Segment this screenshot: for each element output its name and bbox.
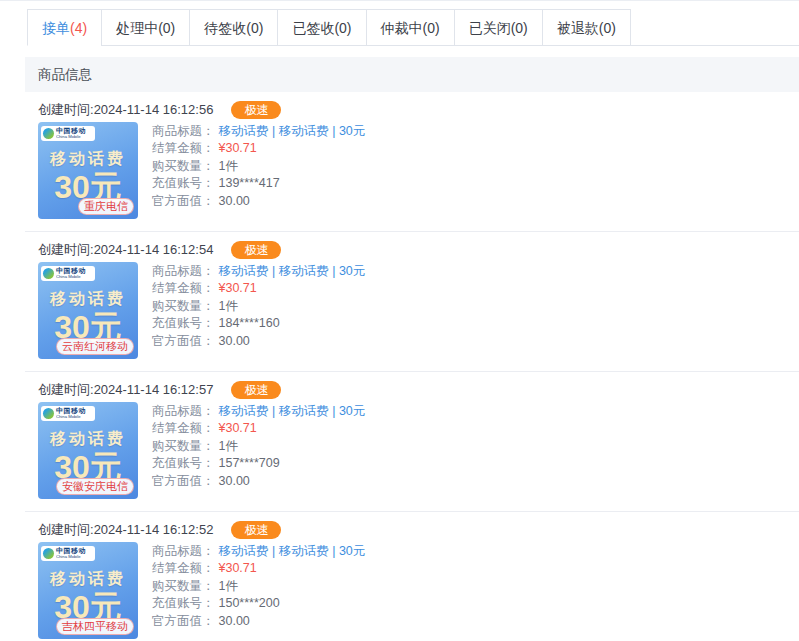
detail-row-amount: 结算金额：¥30.71 (152, 280, 365, 297)
china-mobile-logo-icon (43, 268, 54, 279)
detail-row-face-value: 官方面值：30.00 (152, 473, 365, 490)
quantity-label: 购买数量： (152, 159, 215, 173)
title-label: 商品标题： (152, 404, 215, 418)
detail-row-account: 充值账号：184****160 (152, 315, 365, 332)
settlement-amount: ¥30.71 (219, 561, 257, 575)
product-card-image[interactable]: 中国移动 China Mobile 移动话费 30元 安徽安庆电信 (38, 402, 138, 499)
card-product-name: 移动话费 (38, 429, 138, 450)
china-mobile-brand-text: 中国移动 China Mobile (56, 407, 91, 420)
orders-panel: 商品信息 创建时间:2024-11-14 16:12:56 极速 中国移 (25, 57, 799, 641)
created-value: 2024-11-14 16:12:54 (94, 242, 214, 257)
product-card-image[interactable]: 中国移动 China Mobile 移动话费 30元 重庆电信 (38, 122, 138, 219)
detail-row-title: 商品标题：移动话费 | 移动话费 | 30元 (152, 403, 365, 420)
product-title-link[interactable]: 移动话费 | 移动话费 | 30元 (219, 404, 366, 418)
order-body: 中国移动 China Mobile 移动话费 30元 吉林四平移动 商品标题：移… (38, 542, 787, 639)
region-badge: 云南红河移动 (56, 338, 134, 355)
order-row: 创建时间:2024-11-14 16:12:52 极速 中国移动 China M… (25, 512, 799, 641)
tab-item[interactable]: 仲裁中(0) (366, 9, 455, 46)
detail-row-face-value: 官方面值：30.00 (152, 193, 365, 210)
detail-row-amount: 结算金额：¥30.71 (152, 420, 365, 437)
created-label: 创建时间: (38, 102, 94, 117)
settlement-amount: ¥30.71 (219, 421, 257, 435)
speed-badge: 极速 (231, 241, 281, 259)
china-mobile-brand: 中国移动 China Mobile (41, 126, 95, 141)
tab-item[interactable]: 接单(4) (27, 9, 102, 46)
purchase-quantity: 1件 (219, 579, 238, 593)
product-card-image[interactable]: 中国移动 China Mobile 移动话费 30元 吉林四平移动 (38, 542, 138, 639)
official-face-value: 30.00 (219, 474, 250, 488)
detail-row-quantity: 购买数量：1件 (152, 578, 365, 595)
tab-item[interactable]: 待签收(0) (189, 9, 278, 46)
china-mobile-logo-icon (43, 128, 54, 139)
brand-name-en: China Mobile (56, 415, 81, 419)
china-mobile-logo-icon (43, 408, 54, 419)
tab-count: (0) (511, 20, 528, 36)
order-created-time: 创建时间:2024-11-14 16:12:57 (38, 381, 213, 399)
brand-name-en: China Mobile (56, 555, 81, 559)
order-row: 创建时间:2024-11-14 16:12:57 极速 中国移动 China M… (25, 372, 799, 512)
detail-row-title: 商品标题：移动话费 | 移动话费 | 30元 (152, 263, 365, 280)
tab-label: 仲裁中 (381, 20, 423, 36)
tab-count: (4) (70, 20, 87, 36)
tab-item[interactable]: 处理中(0) (101, 9, 190, 46)
order-status-tabs: 接单(4) 处理中(0) 待签收(0) 已签收(0) 仲裁中(0) 已关闭(0) (28, 9, 799, 46)
tab-count: (0) (423, 20, 440, 36)
order-row: 创建时间:2024-11-14 16:12:54 极速 中国移动 China M… (25, 232, 799, 372)
amount-label: 结算金额： (152, 421, 215, 435)
tab-item[interactable]: 已关闭(0) (454, 9, 543, 46)
card-product-name: 移动话费 (38, 569, 138, 590)
brand-name-en: China Mobile (56, 135, 81, 139)
detail-row-account: 充值账号：157****709 (152, 455, 365, 472)
recharge-account: 139****417 (219, 176, 280, 190)
region-badge: 重庆电信 (78, 198, 134, 215)
detail-row-quantity: 购买数量：1件 (152, 158, 365, 175)
tab-item[interactable]: 被退款(0) (542, 9, 631, 46)
product-card-image[interactable]: 中国移动 China Mobile 移动话费 30元 云南红河移动 (38, 262, 138, 359)
order-body: 中国移动 China Mobile 移动话费 30元 重庆电信 商品标题：移动话… (38, 122, 787, 219)
region-badge: 安徽安庆电信 (56, 478, 134, 495)
section-header: 商品信息 (25, 57, 799, 92)
order-details: 商品标题：移动话费 | 移动话费 | 30元 结算金额：¥30.71 购买数量：… (152, 262, 365, 350)
china-mobile-brand-text: 中国移动 China Mobile (56, 267, 91, 280)
face-value-label: 官方面值： (152, 474, 215, 488)
detail-row-quantity: 购买数量：1件 (152, 298, 365, 315)
account-label: 充值账号： (152, 316, 215, 330)
tab-label: 接单 (42, 20, 70, 36)
quantity-label: 购买数量： (152, 299, 215, 313)
purchase-quantity: 1件 (219, 299, 238, 313)
detail-row-face-value: 官方面值：30.00 (152, 613, 365, 630)
amount-label: 结算金额： (152, 281, 215, 295)
title-label: 商品标题： (152, 264, 215, 278)
order-row: 创建时间:2024-11-14 16:12:56 极速 中国移动 China M… (25, 92, 799, 232)
tab-label: 已签收 (292, 20, 334, 36)
region-badge: 吉林四平移动 (56, 618, 134, 635)
account-label: 充值账号： (152, 596, 215, 610)
tab-label: 已关闭 (469, 20, 511, 36)
account-label: 充值账号： (152, 456, 215, 470)
speed-badge: 极速 (231, 381, 281, 399)
card-product-name: 移动话费 (38, 289, 138, 310)
detail-row-account: 充值账号：150****200 (152, 595, 365, 612)
china-mobile-brand: 中国移动 China Mobile (41, 546, 95, 561)
product-title-link[interactable]: 移动话费 | 移动话费 | 30元 (219, 544, 366, 558)
face-value-label: 官方面值： (152, 334, 215, 348)
order-body: 中国移动 China Mobile 移动话费 30元 云南红河移动 商品标题：移… (38, 262, 787, 359)
detail-row-title: 商品标题：移动话费 | 移动话费 | 30元 (152, 543, 365, 560)
detail-row-account: 充值账号：139****417 (152, 175, 365, 192)
account-label: 充值账号： (152, 176, 215, 190)
detail-row-face-value: 官方面值：30.00 (152, 333, 365, 350)
created-label: 创建时间: (38, 522, 94, 537)
order-header: 创建时间:2024-11-14 16:12:57 极速 (38, 380, 787, 399)
created-label: 创建时间: (38, 242, 94, 257)
created-value: 2024-11-14 16:12:57 (94, 382, 214, 397)
brand-name-cn: 中国移动 (56, 127, 91, 134)
created-value: 2024-11-14 16:12:52 (94, 522, 214, 537)
product-title-link[interactable]: 移动话费 | 移动话费 | 30元 (219, 264, 366, 278)
title-label: 商品标题： (152, 544, 215, 558)
product-title-link[interactable]: 移动话费 | 移动话费 | 30元 (219, 124, 366, 138)
tab-item[interactable]: 已签收(0) (277, 9, 366, 46)
speed-badge: 极速 (231, 101, 281, 119)
recharge-account: 184****160 (219, 316, 280, 330)
recharge-account: 157****709 (219, 456, 280, 470)
created-value: 2024-11-14 16:12:56 (94, 102, 214, 117)
